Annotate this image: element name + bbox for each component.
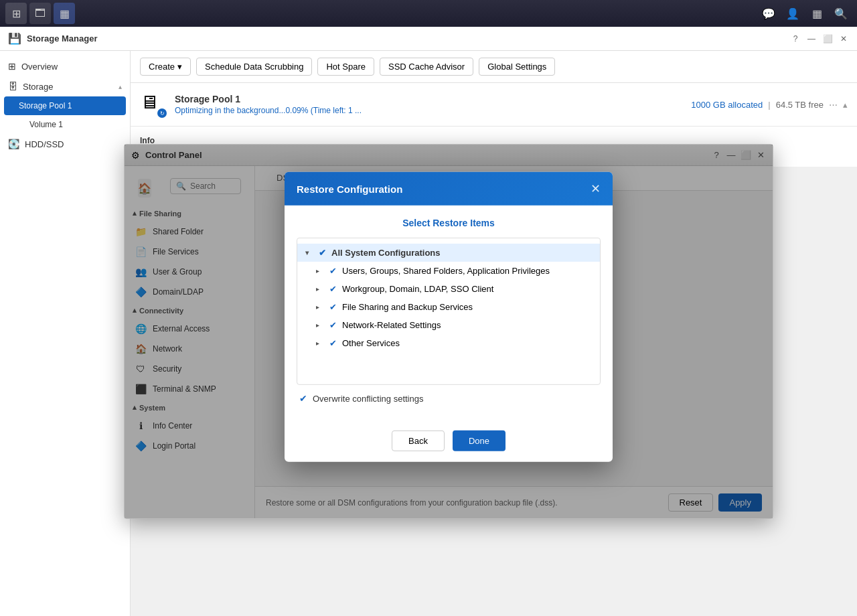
sm-sidebar: ⊞ Overview 🗄 Storage Storage Pool 1 Volu… [0, 51, 131, 616]
sidebar-item-storage[interactable]: 🗄 Storage [0, 76, 130, 96]
restore-configuration-modal: Restore Configuration ✕ Select Restore I… [285, 172, 613, 462]
restore-workgroup-domain[interactable]: ✔ Workgroup, Domain, LDAP, SSO Client [297, 280, 600, 298]
other-services-check-icon: ✔ [329, 338, 337, 348]
modal-subtitle: Select Restore Items [297, 218, 601, 228]
global-settings-button[interactable]: Global Settings [479, 58, 555, 76]
pool-header: 🖥 ↻ Storage Pool 1 Optimizing in the bac… [131, 83, 857, 127]
other-services-label: Other Services [342, 338, 400, 348]
taskbar-user-icon[interactable]: 👤 [782, 3, 803, 24]
taskbar-icon-app2[interactable]: ▦ [54, 3, 75, 24]
storage-icon: 🗄 [8, 81, 17, 92]
restore-items-list: ✔ All System Configurations ✔ Users, Gro… [297, 238, 601, 385]
pool-free: 64.5 TB free [776, 100, 824, 110]
sidebar-item-volume1[interactable]: Volume 1 [0, 115, 130, 134]
sidebar-item-hdd[interactable]: 💽 HDD/SSD [0, 134, 130, 154]
restore-users-groups[interactable]: ✔ Users, Groups, Shared Folders, Applica… [297, 262, 600, 280]
workgroup-toggle-icon [316, 285, 324, 293]
workgroup-check-icon: ✔ [329, 284, 337, 294]
sidebar-overview-label: Overview [21, 62, 58, 72]
users-groups-check-icon: ✔ [329, 266, 337, 276]
sm-titlebar: 💾 Storage Manager ? — ⬜ ✕ [0, 27, 857, 51]
taskbar: ⊞ 🗔 ▦ 💬 👤 ▦ 🔍 [0, 0, 857, 27]
sm-maximize-btn[interactable]: ⬜ [822, 33, 833, 44]
other-services-toggle-icon [316, 339, 324, 347]
workgroup-label: Workgroup, Domain, LDAP, SSO Client [342, 284, 493, 294]
sidebar-hdd-label: HDD/SSD [25, 139, 64, 149]
taskbar-chat-icon[interactable]: 💬 [758, 3, 779, 24]
users-groups-toggle-icon [316, 267, 324, 275]
modal-overlay: Restore Configuration ✕ Select Restore I… [125, 145, 773, 518]
taskbar-icon-storage[interactable]: 🗔 [29, 3, 51, 24]
sm-icon: 💾 [8, 32, 21, 45]
taskbar-search-icon[interactable]: 🔍 [830, 3, 852, 24]
control-panel-window: ⚙ Control Panel ? — ⬜ ✕ 🏠 🔍 File Sharing [124, 144, 773, 519]
network-settings-toggle-icon [316, 321, 324, 329]
overwrite-label: Overwrite conflicting settings [313, 393, 423, 403]
modal-body: Select Restore Items ✔ All System Config… [285, 206, 613, 424]
all-configs-check-icon: ✔ [319, 248, 326, 258]
hdd-icon: 💽 [8, 139, 19, 149]
pool-info: Storage Pool 1 Optimizing in the backgro… [175, 94, 683, 115]
create-dropdown-icon: ▾ [177, 62, 182, 72]
sidebar-item-pool1[interactable]: Storage Pool 1 [4, 96, 126, 115]
taskbar-apps-icon[interactable]: ▦ [806, 3, 828, 24]
all-configs-toggle-icon [305, 249, 313, 256]
pool-collapse-icon[interactable] [843, 100, 848, 110]
restore-file-sharing[interactable]: ✔ File Sharing and Backup Services [297, 298, 600, 316]
restore-network-settings[interactable]: ✔ Network-Related Settings [297, 316, 600, 334]
sm-help-btn[interactable]: ? [790, 33, 801, 44]
sidebar-pool1-label: Storage Pool 1 [19, 101, 72, 110]
overwrite-check-icon: ✔ [299, 393, 307, 404]
sm-toolbar: Create ▾ Schedule Data Scrubbing Hot Spa… [131, 51, 857, 83]
pool-icon: 🖥 ↻ [140, 91, 167, 118]
network-settings-label: Network-Related Settings [342, 320, 441, 330]
overview-icon: ⊞ [8, 61, 16, 72]
modal-header: Restore Configuration ✕ [285, 172, 613, 206]
pool-badge: ↻ [157, 108, 167, 118]
create-button[interactable]: Create ▾ [140, 58, 191, 76]
sm-close-btn[interactable]: ✕ [838, 33, 849, 44]
sm-title: Storage Manager [27, 33, 97, 44]
storage-toggle-icon [119, 83, 122, 90]
sidebar-item-overview[interactable]: ⊞ Overview [0, 56, 130, 76]
pool-more-icon[interactable]: ⋯ [829, 100, 838, 110]
pool-name: Storage Pool 1 [175, 94, 683, 104]
sm-minimize-btn[interactable]: — [806, 33, 817, 44]
restore-other-services[interactable]: ✔ Other Services [297, 334, 600, 352]
hot-spare-button[interactable]: Hot Spare [317, 58, 374, 76]
all-configs-label: All System Configurations [331, 248, 441, 258]
file-sharing-toggle-icon [316, 303, 324, 311]
modal-footer: Back Done [285, 424, 613, 462]
pool-status: Optimizing in the background...0.09% (Ti… [175, 106, 683, 115]
pool-separator: | [768, 100, 770, 110]
pool-header-right: 1000 GB allocated | 64.5 TB free ⋯ [691, 100, 848, 110]
modal-title: Restore Configuration [297, 183, 402, 194]
sm-titlebar-controls: ? — ⬜ ✕ [790, 33, 849, 44]
file-sharing-check-icon: ✔ [329, 302, 337, 312]
back-button[interactable]: Back [392, 431, 445, 451]
restore-all-configs[interactable]: ✔ All System Configurations [297, 244, 600, 262]
network-settings-check-icon: ✔ [329, 320, 337, 330]
schedule-scrub-button[interactable]: Schedule Data Scrubbing [196, 58, 312, 76]
users-groups-label: Users, Groups, Shared Folders, Applicati… [342, 266, 550, 276]
taskbar-icon-grid[interactable]: ⊞ [5, 3, 27, 24]
overwrite-row: ✔ Overwrite conflicting settings [297, 385, 601, 412]
done-button[interactable]: Done [453, 431, 505, 451]
sidebar-volume1-label: Volume 1 [29, 120, 63, 129]
ssd-cache-button[interactable]: SSD Cache Advisor [380, 58, 473, 76]
sidebar-storage-label: Storage [23, 82, 54, 92]
file-sharing-restore-label: File Sharing and Backup Services [342, 302, 473, 312]
pool-allocated: 1000 GB allocated [691, 100, 763, 110]
modal-close-button[interactable]: ✕ [591, 181, 601, 196]
